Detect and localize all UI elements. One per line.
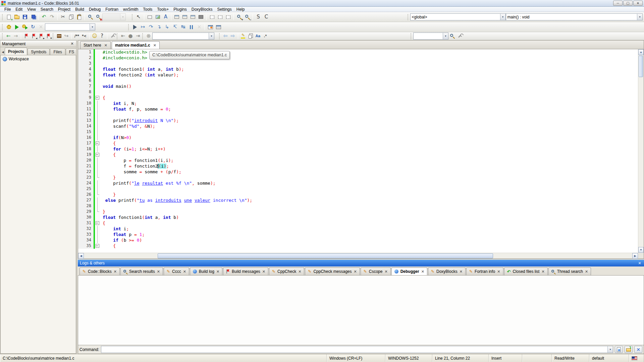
logs-close-icon[interactable]: ✕	[637, 261, 642, 265]
toggle-bookmark-button[interactable]	[22, 33, 30, 40]
wxsmith-image-button[interactable]	[154, 13, 162, 21]
tab-scroll-left-icon[interactable]: ◀	[1, 49, 5, 55]
tab-close-icon[interactable]: ✕	[585, 269, 588, 274]
code-line-3[interactable]: 3	[78, 61, 638, 66]
code-line-32[interactable]: 32 int i;	[78, 226, 638, 232]
break-debugger-button[interactable]	[187, 23, 195, 31]
log-tab-cscope[interactable]: ✎Cscope✕	[361, 267, 391, 275]
dropdown-arrow-icon[interactable]: ▾	[120, 14, 125, 20]
run-button[interactable]	[13, 23, 21, 31]
minimize-button[interactable]: ─	[613, 1, 623, 6]
selected-text-button[interactable]	[247, 33, 254, 40]
management-close-icon[interactable]: ✕	[70, 42, 74, 46]
code-line-16[interactable]: 16 if(N>0)	[78, 135, 638, 140]
log-tab-cppcheck[interactable]: ✎CppCheck✕	[269, 267, 304, 275]
tab-close-icon[interactable]: ✕	[183, 269, 186, 274]
code-line-11[interactable]: 11 float f, p, somme = 0;	[78, 106, 638, 112]
save-all-button[interactable]	[29, 13, 37, 21]
prev-bookmark-button[interactable]: ◂	[30, 33, 37, 40]
log-tab-cccc[interactable]: ✎Cccc✕	[164, 267, 189, 275]
tab-close-icon[interactable]: ✕	[157, 269, 160, 274]
wxsmith-frame4-button[interactable]	[197, 13, 205, 21]
next-instruction-button[interactable]: ↸	[171, 23, 179, 31]
menu-doxyblocks[interactable]: DoxyBlocks	[189, 7, 215, 12]
debug-info-button[interactable]	[214, 23, 222, 31]
tab-close-icon[interactable]: ✕	[421, 269, 424, 274]
tab-close-icon[interactable]: ✕	[298, 269, 301, 274]
symbol-search-button[interactable]	[448, 33, 456, 40]
code-line-35[interactable]: 35 {	[78, 243, 638, 249]
incremental-search-combo[interactable]: ▾	[152, 33, 214, 40]
dropdown-arrow-icon[interactable]: ▾	[500, 14, 505, 20]
code-line-33[interactable]: 33 float p = 1;	[78, 232, 638, 237]
menu-settings[interactable]: Settings	[215, 7, 234, 12]
copy-button[interactable]	[67, 13, 75, 21]
wxsmith-text-button[interactable]: A	[162, 13, 170, 21]
fold-marker[interactable]	[95, 220, 100, 226]
match-prev-button[interactable]: ⇦	[222, 33, 229, 40]
wxsmith-s-button[interactable]: S	[254, 13, 262, 21]
menu-build[interactable]: Build	[73, 7, 87, 12]
run-to-cursor-button[interactable]: ↦	[139, 23, 147, 31]
menu-debug[interactable]: Debug	[87, 7, 103, 12]
tab-close-icon[interactable]: ✕	[354, 269, 357, 274]
log-tab-code-blocks[interactable]: ✎Code::Blocks✕	[79, 267, 120, 275]
wxsmith-sizer3-button[interactable]	[224, 13, 232, 21]
step-into-button[interactable]: ↴	[155, 23, 163, 31]
code-line-18[interactable]: 18 for (i=1; i<=N; i++)	[78, 146, 638, 152]
debug-script-button[interactable]	[615, 346, 623, 353]
code-line-12[interactable]: 12	[78, 112, 638, 118]
management-tab-files[interactable]: Files	[50, 48, 65, 55]
build-target-combo[interactable]: ▾	[45, 23, 95, 31]
incsearch-next-button[interactable]: ⇥	[134, 33, 142, 40]
open-file-button[interactable]	[13, 13, 21, 21]
code-line-26[interactable]: 26 }	[78, 192, 638, 197]
tab-close-icon[interactable]: ✕	[497, 269, 500, 274]
management-tab-symbols[interactable]: Symbols	[28, 48, 50, 55]
log-tab-doxyblocks[interactable]: ✎DoxyBlocks✕	[428, 267, 466, 275]
tab-close-icon[interactable]: ✕	[216, 269, 219, 274]
symbol-settings-button[interactable]	[456, 33, 463, 40]
replace-button[interactable]: R	[94, 13, 102, 21]
undo-button[interactable]: ↶	[40, 13, 48, 21]
code-line-27[interactable]: 27 else printf("tu as introduits une val…	[78, 197, 638, 203]
find-button[interactable]	[86, 13, 94, 21]
tab-close-icon[interactable]: ✕	[104, 43, 107, 48]
match-next-button[interactable]: ⇨	[229, 33, 236, 40]
menu-wxsmith[interactable]: wxSmith	[121, 7, 141, 12]
debugger-command-input[interactable]: ▾	[101, 346, 613, 353]
build-button[interactable]	[5, 23, 13, 31]
code-line-31[interactable]: 31{	[78, 220, 638, 226]
scroll-down-icon[interactable]: ▼	[638, 247, 644, 253]
fold-marker[interactable]	[95, 95, 100, 101]
doc-comment-block-button[interactable]: /**	[73, 33, 80, 40]
new-file-button[interactable]: +	[5, 13, 13, 21]
menu-plugins[interactable]: Plugins	[171, 7, 189, 12]
doc-comment-line-button[interactable]: *<	[80, 33, 88, 40]
doxyblocks-wizard-button[interactable]: ☺	[91, 33, 98, 40]
menu-edit[interactable]: Edit	[13, 7, 25, 12]
code-line-4[interactable]: 4float fonction1( int a, int b);	[78, 66, 638, 72]
step-out-button[interactable]: ↳	[163, 23, 171, 31]
incsearch-prev-button[interactable]: ⇤	[119, 33, 127, 40]
code-line-15[interactable]: 15	[78, 129, 638, 135]
menu-file[interactable]: File	[2, 7, 13, 12]
wxsmith-sizer2-button[interactable]	[216, 13, 224, 21]
clear-bookmarks-button[interactable]: ×	[45, 33, 52, 40]
code-line-21[interactable]: 21 f = fonction2(i);	[78, 163, 638, 169]
build-and-run-button[interactable]	[21, 23, 29, 31]
wxsmith-frame3-button[interactable]	[189, 13, 197, 21]
log-tab-build-log[interactable]: Build log✕	[190, 267, 222, 275]
debugging-windows-button[interactable]	[206, 23, 214, 31]
vertical-scroll-thumb[interactable]	[639, 56, 643, 77]
tab-close-icon[interactable]: ✕	[460, 269, 463, 274]
dropdown-arrow-icon[interactable]: ▾	[443, 33, 448, 39]
code-line-10[interactable]: 10 int i, N;	[78, 101, 638, 106]
step-into-instruction-button[interactable]: ↹	[179, 23, 187, 31]
management-tab-fs[interactable]: FS	[66, 48, 76, 55]
debug-continue-button[interactable]	[131, 23, 139, 31]
zoom-out-button[interactable]: −	[243, 13, 251, 21]
incsearch-center-button[interactable]: ●	[127, 33, 134, 40]
tab-close-icon[interactable]: ✕	[262, 269, 265, 274]
log-tab-fortran-info[interactable]: ✎Fortran info✕	[466, 267, 503, 275]
